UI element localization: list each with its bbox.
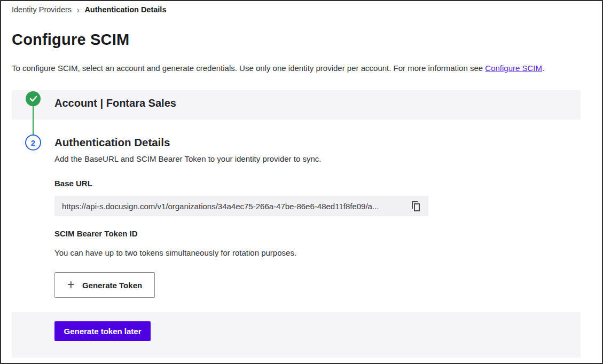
generate-token-label: Generate Token <box>82 281 142 290</box>
step2-subtitle: Add the BaseURL and SCIM Bearer Token to… <box>54 154 321 163</box>
configure-scim-link[interactable]: Configure SCIM <box>485 64 542 73</box>
intro-suffix: . <box>542 64 544 73</box>
generate-token-later-button[interactable]: Generate token later <box>54 321 151 341</box>
configure-scim-page: Identity Providers › Authentication Deta… <box>0 0 603 364</box>
plus-icon: + <box>67 278 75 291</box>
page-title: Configure SCIM <box>12 31 129 49</box>
step2-title: Authentication Details <box>54 136 170 149</box>
copy-icon <box>411 201 421 212</box>
step1-title: Account | Fontara Sales <box>54 97 176 109</box>
intro-prefix: To configure SCIM, select an account and… <box>12 64 485 73</box>
generate-token-button[interactable]: + Generate Token <box>54 272 155 298</box>
breadcrumb-authentication-details: Authentication Details <box>84 5 166 14</box>
intro-text: To configure SCIM, select an account and… <box>12 63 583 74</box>
step2-number: 2 <box>31 138 35 147</box>
base-url-field[interactable]: https://api-s.docusign.com/v1/organizati… <box>54 196 428 216</box>
breadcrumb-identity-providers[interactable]: Identity Providers <box>12 5 72 14</box>
step1-complete-check-icon <box>26 91 41 106</box>
base-url-value: https://api-s.docusign.com/v1/organizati… <box>62 202 410 211</box>
base-url-label: Base URL <box>54 179 92 188</box>
scim-token-label: SCIM Bearer Token ID <box>54 229 138 238</box>
chevron-right-icon: › <box>77 5 79 14</box>
breadcrumb: Identity Providers › Authentication Deta… <box>12 5 166 14</box>
checkmark-icon <box>29 96 37 102</box>
step-connector-line <box>33 106 34 136</box>
step2-number-badge: 2 <box>25 134 41 151</box>
scim-token-help-text: You can have up to two tokens simultaneo… <box>54 248 296 257</box>
copy-button[interactable] <box>410 200 422 213</box>
